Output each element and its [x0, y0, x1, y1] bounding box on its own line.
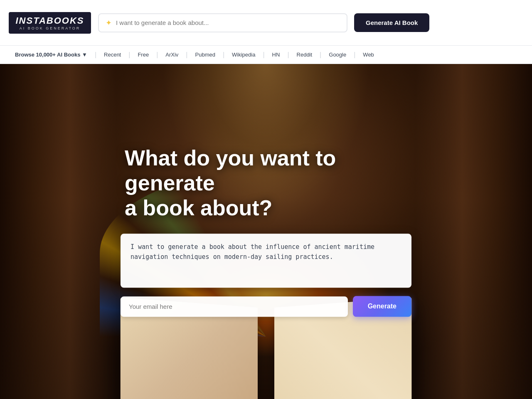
nav-item-wikipedia[interactable]: Wikipedia	[225, 47, 262, 63]
nav-separator-5: |	[222, 51, 225, 59]
nav-separator-6: |	[262, 51, 265, 59]
nav-separator-8: |	[319, 51, 322, 59]
logo-main: INSTABOOKS	[15, 15, 84, 26]
hero-title-line1: What do you want to generate	[125, 146, 336, 195]
hero-content: What do you want to generate a book abou…	[121, 146, 411, 317]
nav-item-pubmed[interactable]: Pubmed	[189, 47, 222, 63]
nav-item-web[interactable]: Web	[356, 47, 381, 63]
nav-item-free[interactable]: Free	[131, 47, 155, 63]
header-search-container: ✦	[98, 13, 347, 32]
nav-separator-1: |	[94, 51, 97, 59]
logo-container: INSTABOOKS AI BOOK GENERATOR	[8, 12, 91, 34]
nav-item-google[interactable]: Google	[322, 47, 353, 63]
nav-separator-7: |	[286, 51, 290, 59]
nav-item-hn[interactable]: HN	[266, 47, 287, 63]
nav-item-browse[interactable]: Browse 10,000+ AI Books ▼	[8, 47, 94, 63]
nav-bar: Browse 10,000+ AI Books ▼ | Recent | Fre…	[0, 46, 532, 64]
header: INSTABOOKS AI BOOK GENERATOR ✦ Generate …	[0, 0, 532, 46]
hero-title: What do you want to generate a book abou…	[121, 146, 411, 220]
hero-email-input[interactable]	[121, 296, 348, 317]
hero-section: What do you want to generate a book abou…	[0, 64, 532, 399]
hero-book-topic-textarea[interactable]: I want to generate a book about the infl…	[121, 234, 411, 288]
header-search-input[interactable]	[116, 19, 340, 26]
hero-bottom-row: Generate	[121, 296, 411, 317]
header-generate-button[interactable]: Generate AI Book	[354, 13, 429, 32]
nav-item-reddit[interactable]: Reddit	[290, 47, 319, 63]
hero-title-line2: a book about?	[125, 196, 272, 220]
sparkle-icon: ✦	[106, 18, 112, 27]
hero-generate-button[interactable]: Generate	[353, 296, 411, 317]
nav-separator-3: |	[155, 51, 159, 59]
nav-separator-4: |	[185, 51, 188, 59]
logo-box: INSTABOOKS AI BOOK GENERATOR	[9, 12, 91, 34]
nav-item-recent[interactable]: Recent	[97, 47, 128, 63]
nav-separator-9: |	[353, 51, 356, 59]
nav-item-arxiv[interactable]: ArXiv	[159, 47, 185, 63]
logo-sub: AI BOOK GENERATOR	[15, 26, 84, 30]
nav-separator-2: |	[128, 51, 131, 59]
header-search-wrapper: ✦	[98, 13, 347, 32]
